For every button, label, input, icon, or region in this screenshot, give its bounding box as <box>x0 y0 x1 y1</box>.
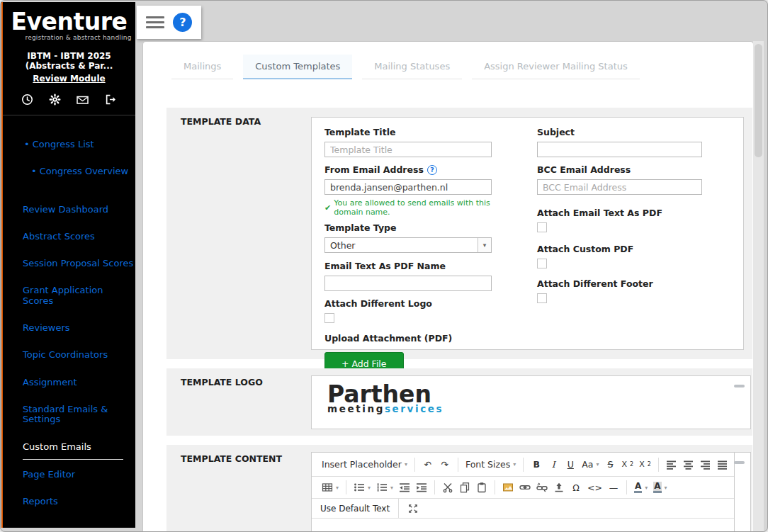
font-case-dropdown[interactable]: Aa ▾ <box>579 456 602 473</box>
sidebar-item-reviewers[interactable]: Reviewers <box>3 323 135 333</box>
bold-icon[interactable]: B <box>528 456 545 473</box>
sidebar-item-standard-emails-settings[interactable]: Standard Emails & Settings <box>3 404 135 425</box>
template-type-select[interactable]: Other ▾ <box>324 237 492 253</box>
sidebar-item-label: Custom Emails <box>23 441 91 452</box>
insert-placeholder-label: Insert Placeholder <box>322 459 402 470</box>
review-module-link[interactable]: Review Module <box>33 74 105 84</box>
bullet-icon: • <box>24 139 30 149</box>
section-heading: TEMPLATE DATA <box>181 116 261 127</box>
font-case-label: Aa <box>582 459 593 470</box>
menu-hamburger-icon[interactable] <box>146 13 164 31</box>
sidebar-item-label: Reviewers <box>23 322 70 333</box>
attach-custom-pdf-checkbox[interactable] <box>537 259 547 268</box>
upload-icon[interactable] <box>550 479 567 496</box>
redo-icon[interactable]: ↷ <box>436 456 453 473</box>
paste-icon[interactable] <box>473 479 490 496</box>
parthen-logo: Parthen meetingservices <box>327 383 750 414</box>
underline-icon[interactable]: U <box>562 456 579 473</box>
use-default-text-button[interactable]: Use Default Text <box>312 499 399 518</box>
history-clock-icon[interactable] <box>21 94 33 106</box>
sidebar-item-page-editor[interactable]: Page Editor <box>3 470 135 480</box>
sidebar-item-congress-overview[interactable]: •Congress Overview <box>3 166 135 176</box>
sidebar-item-assignment[interactable]: Assignment <box>3 378 135 387</box>
special-character-icon[interactable]: Ω <box>567 479 585 496</box>
attach-custom-pdf-label: Attach Custom PDF <box>537 244 702 254</box>
italic-icon[interactable]: I <box>545 456 562 473</box>
align-center-icon[interactable] <box>680 456 697 473</box>
text-color-dropdown[interactable]: A ▾ <box>631 479 650 496</box>
from-email-help-icon[interactable]: ? <box>427 165 437 175</box>
insert-placeholder-dropdown[interactable]: Insert Placeholder ▾ <box>319 456 410 473</box>
sidebar-item-review-dashboard[interactable]: Review Dashboard <box>3 205 135 215</box>
template-logo-card: Parthen meetingservices <box>311 375 751 429</box>
background-color-dropdown[interactable]: A ▾ <box>650 479 670 496</box>
question-mark-icon: ? <box>179 16 186 29</box>
subject-input[interactable] <box>537 142 702 157</box>
tab-custom-templates[interactable]: Custom Templates <box>243 55 352 79</box>
from-email-input[interactable] <box>324 179 492 195</box>
sidebar-item-topic-coordinators[interactable]: Topic Coordinators <box>3 350 135 360</box>
numbered-list-dropdown[interactable]: ▾ <box>373 479 396 496</box>
sidebar-item-reports[interactable]: Reports <box>3 497 135 506</box>
superscript-icon[interactable]: X2 <box>636 456 654 473</box>
template-content-section: TEMPLATE CONTENT Insert Placeholder ▾ ↶ … <box>166 445 752 532</box>
attach-logo-checkbox[interactable] <box>324 313 334 323</box>
sidebar-item-label: Assignment <box>23 377 77 387</box>
align-justify-icon[interactable] <box>714 456 731 473</box>
collapse-handle-icon[interactable] <box>734 385 745 387</box>
tab-mailings[interactable]: Mailings <box>171 55 233 79</box>
sidebar-item-session-proposal-scores[interactable]: Session Proposal Scores <box>3 259 135 268</box>
help-button[interactable]: ? <box>173 13 192 32</box>
email-pdf-name-input[interactable] <box>324 276 492 291</box>
editor-toolbar-row-3: Use Default Text <box>312 499 734 519</box>
sidebar-item-grant-application-scores[interactable]: Grant Application Scores <box>3 285 135 306</box>
collapse-handle-icon[interactable] <box>734 461 745 464</box>
table-dropdown[interactable]: ▾ <box>319 479 341 496</box>
attach-email-pdf-checkbox[interactable] <box>537 222 547 232</box>
fullscreen-icon[interactable] <box>405 500 422 517</box>
sidebar-item-label: Review Dashboard <box>23 204 108 215</box>
align-right-icon[interactable] <box>697 456 714 473</box>
chevron-down-icon[interactable]: ▾ <box>478 238 491 252</box>
sidebar-item-congress-list[interactable]: •Congress List <box>3 140 135 149</box>
validation-text: You are allowed to send emails with this… <box>334 198 492 217</box>
font-sizes-label: Font Sizes <box>465 459 510 470</box>
template-title-input[interactable] <box>324 142 492 157</box>
from-email-validation: ✔ You are allowed to send emails with th… <box>324 198 492 217</box>
bullet-list-dropdown[interactable]: ▾ <box>351 479 373 496</box>
cut-scissors-icon[interactable] <box>439 479 456 496</box>
sidebar-item-label: Session Proposal Scores <box>23 258 133 268</box>
undo-icon[interactable]: ↶ <box>419 456 436 473</box>
source-code-icon[interactable]: <> <box>585 479 605 496</box>
vertical-scrollbar[interactable] <box>753 41 764 532</box>
subscript-base: X <box>622 460 628 469</box>
settings-gear-icon[interactable] <box>49 94 61 106</box>
copy-icon[interactable] <box>456 479 473 496</box>
horizontal-rule-icon[interactable]: — <box>605 479 622 496</box>
sidebar-item-custom-emails[interactable]: Custom Emails <box>3 442 135 460</box>
sidebar-item-label: Reports <box>23 496 58 506</box>
tab-mailing-statuses[interactable]: Mailing Statuses <box>362 55 462 79</box>
mail-envelope-icon[interactable] <box>76 94 89 106</box>
subscript-icon[interactable]: X2 <box>619 456 637 473</box>
editor-content-area[interactable] <box>312 519 734 532</box>
sidebar-item-abstract-scores[interactable]: Abstract Scores <box>3 232 135 242</box>
insert-link-icon[interactable] <box>516 479 533 496</box>
bcc-email-input[interactable] <box>537 179 702 195</box>
scrollbar-thumb[interactable] <box>755 44 762 157</box>
tab-assign-reviewer-mailing-status[interactable]: Assign Reviewer Mailing Status <box>472 55 640 79</box>
align-left-icon[interactable] <box>663 456 680 473</box>
parthen-sub-dark: meeting <box>327 403 385 414</box>
indent-icon[interactable] <box>413 479 430 496</box>
template-logo-section: TEMPLATE LOGO Parthen meetingservices <box>166 368 752 436</box>
sidebar-item-label: Congress List <box>33 139 94 149</box>
parthen-logo-subtitle: meetingservices <box>327 404 750 414</box>
insert-image-icon[interactable] <box>499 479 516 496</box>
font-sizes-dropdown[interactable]: Font Sizes ▾ <box>463 456 519 473</box>
logout-icon[interactable] <box>105 94 117 106</box>
subscript-digit: 2 <box>630 461 633 468</box>
unlink-icon[interactable] <box>533 479 550 496</box>
strikethrough-icon[interactable]: S <box>602 456 619 473</box>
outdent-icon[interactable] <box>396 479 413 496</box>
attach-footer-checkbox[interactable] <box>537 293 547 303</box>
